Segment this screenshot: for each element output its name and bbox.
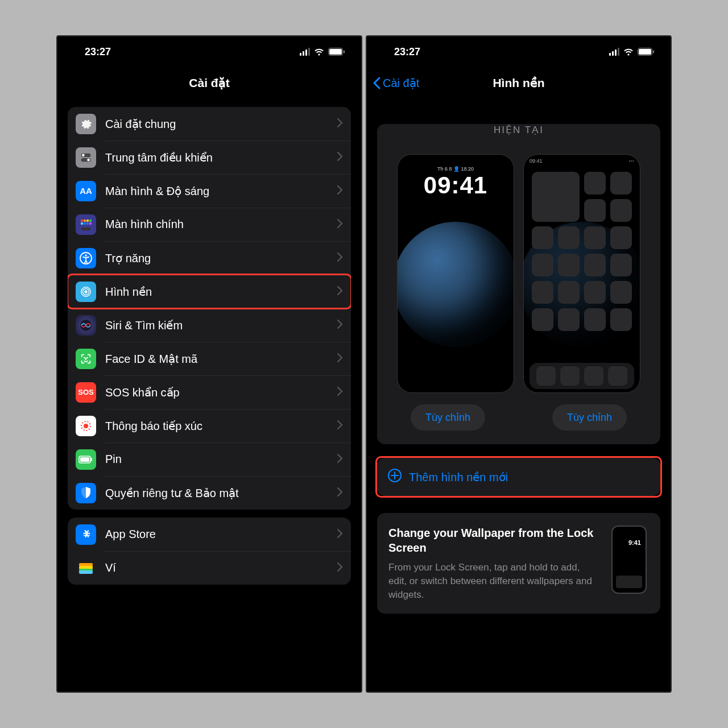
settings-screen: 23:27 Cài đặt Cài đặt chung — [56, 35, 362, 693]
status-bar: 23:27 — [367, 36, 671, 67]
chevron-right-icon — [337, 219, 343, 230]
chevron-right-icon — [337, 286, 343, 297]
row-siri[interactable]: Siri & Tìm kiếm — [68, 308, 351, 342]
control-center-icon — [76, 147, 96, 168]
svg-rect-1 — [329, 49, 342, 55]
svg-rect-28 — [91, 458, 92, 461]
row-battery[interactable]: Pin — [68, 442, 351, 476]
chevron-right-icon — [337, 529, 343, 540]
svg-rect-34 — [639, 49, 651, 55]
battery-setting-icon — [76, 449, 96, 470]
nav-header: Cài đặt Hình nền — [367, 67, 671, 99]
row-control-center[interactable]: Trung tâm điều khiển — [68, 140, 351, 174]
row-sos[interactable]: SOS SOS khẩn cấp — [68, 375, 351, 409]
svg-rect-32 — [79, 570, 93, 574]
row-privacy[interactable]: Quyền riêng tư & Bảo mật — [68, 476, 351, 510]
wifi-icon — [313, 48, 325, 56]
privacy-icon — [76, 483, 96, 503]
tip-body: From your Lock Screen, tap and hold to a… — [388, 561, 599, 601]
settings-group-2: App Store Ví — [68, 518, 351, 585]
chevron-right-icon — [337, 454, 343, 465]
wifi-icon — [623, 48, 634, 56]
svg-rect-12 — [84, 222, 86, 225]
svg-point-6 — [87, 158, 90, 161]
row-display[interactable]: AA Màn hình & Độ sáng — [68, 174, 351, 208]
row-faceid[interactable]: Face ID & Mật mã — [68, 342, 351, 375]
home-screen-preview[interactable]: 09:41 ◦◦◦ — [523, 154, 640, 393]
back-button[interactable]: Cài đặt — [373, 67, 419, 99]
chevron-right-icon — [337, 487, 343, 499]
row-appstore[interactable]: App Store — [68, 518, 351, 551]
gear-icon — [76, 114, 96, 134]
row-wallpaper[interactable]: Hình nền — [68, 275, 351, 308]
exposure-icon — [76, 416, 96, 436]
row-label: Trợ năng — [105, 251, 337, 265]
customize-home-button[interactable]: Tùy chỉnh — [552, 404, 627, 431]
chevron-right-icon — [337, 185, 343, 197]
svg-point-22 — [84, 357, 85, 358]
back-label: Cài đặt — [383, 76, 419, 90]
settings-group-1: Cài đặt chung Trung tâm điều khiển AA Mà… — [68, 107, 351, 510]
row-label: Màn hình & Độ sáng — [105, 184, 337, 198]
chevron-right-icon — [337, 353, 343, 365]
current-wallpaper-card: HIỆN TẠI Th 6 8 👤 18:20 09:41 09:41 ◦◦◦ — [377, 124, 660, 444]
status-time: 23:27 — [85, 46, 111, 58]
battery-icon — [638, 48, 655, 56]
row-label: Pin — [105, 453, 337, 466]
row-label: Face ID & Mật mã — [105, 352, 337, 366]
svg-point-23 — [87, 357, 88, 358]
status-indicators — [300, 48, 345, 56]
svg-rect-8 — [84, 220, 86, 222]
faceid-icon — [76, 349, 96, 369]
add-wallpaper-button[interactable]: Thêm hình nền mới — [377, 458, 660, 496]
wallpaper-icon — [76, 282, 96, 302]
accessibility-icon — [76, 248, 96, 268]
svg-rect-35 — [653, 51, 654, 53]
row-label: Thông báo tiếp xúc — [105, 419, 337, 433]
add-wallpaper-label: Thêm hình nền mới — [409, 470, 508, 484]
row-label: Cài đặt chung — [105, 117, 337, 131]
row-label: Quyền riêng tư & Bảo mật — [105, 486, 337, 500]
svg-rect-13 — [86, 222, 89, 225]
status-time: 23:27 — [394, 46, 420, 58]
svg-point-25 — [84, 424, 88, 428]
row-general[interactable]: Cài đặt chung — [68, 107, 351, 140]
siri-icon — [76, 315, 96, 336]
row-label: Ví — [105, 561, 337, 574]
chevron-right-icon — [337, 118, 343, 130]
nav-header: Cài đặt — [57, 67, 361, 99]
chevron-right-icon — [337, 152, 343, 163]
lock-screen-preview[interactable]: Th 6 8 👤 18:20 09:41 — [397, 154, 514, 393]
chevron-right-icon — [337, 387, 343, 398]
mini-time: 9:41 — [628, 539, 641, 546]
tip-illustration: 9:41 — [609, 526, 649, 601]
preview-status-time: 09:41 — [530, 158, 543, 164]
svg-rect-11 — [81, 222, 83, 225]
tip-title: Change your Wallpaper from the Lock Scre… — [388, 526, 599, 555]
status-indicators — [609, 48, 655, 56]
wallpaper-screen: 23:27 Cài đặt Hình nền HIỆN TẠI — [366, 35, 672, 693]
page-title: Cài đặt — [189, 76, 229, 90]
svg-rect-15 — [81, 228, 90, 230]
battery-icon — [328, 48, 345, 56]
row-label: App Store — [105, 528, 337, 541]
cellular-icon — [300, 48, 310, 56]
appstore-icon — [76, 524, 96, 545]
home-grid-icon — [76, 214, 96, 235]
chevron-right-icon — [337, 320, 343, 331]
current-label: HIỆN TẠI — [377, 124, 660, 136]
svg-point-17 — [85, 254, 87, 257]
row-home-screen[interactable]: Màn hình chính — [68, 208, 351, 241]
row-exposure[interactable]: Thông báo tiếp xúc — [68, 409, 351, 442]
row-accessibility[interactable]: Trợ năng — [68, 241, 351, 275]
preview-time: 09:41 — [398, 172, 514, 199]
row-label: Hình nền — [105, 285, 337, 299]
customize-lock-button[interactable]: Tùy chỉnh — [411, 404, 485, 431]
row-wallet[interactable]: Ví — [68, 551, 351, 585]
row-label: Màn hình chính — [105, 218, 337, 231]
row-label: Siri & Tìm kiếm — [105, 318, 337, 332]
svg-rect-7 — [81, 220, 83, 222]
row-label: Trung tâm điều khiển — [105, 151, 337, 164]
display-icon: AA — [76, 181, 96, 201]
svg-rect-27 — [80, 457, 89, 462]
